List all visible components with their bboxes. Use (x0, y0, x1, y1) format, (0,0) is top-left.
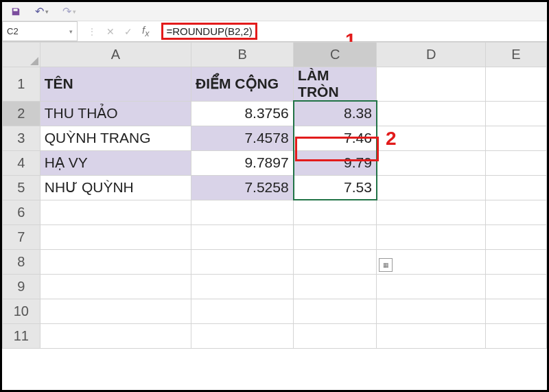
row-header-3[interactable]: 3 (3, 126, 40, 150)
col-header-B[interactable]: B (191, 43, 294, 67)
col-header-D[interactable]: D (377, 43, 485, 67)
cell-A8[interactable] (40, 249, 191, 274)
cell-D3[interactable] (377, 126, 485, 150)
cell-B4[interactable]: 9.7897 (191, 150, 294, 175)
col-header-E[interactable]: E (485, 43, 546, 67)
cell-E10[interactable] (485, 299, 546, 323)
cell-D10[interactable] (377, 299, 485, 323)
row-header-8[interactable]: 8 (3, 249, 40, 274)
cell-C4[interactable]: 9.79 (294, 150, 377, 175)
formula-bar-icons: ⋮ ✕ ✓ fx (78, 21, 159, 41)
chevron-down-icon: ▾ (73, 8, 76, 15)
cell-D7[interactable] (377, 224, 485, 249)
cell-A4[interactable]: HẠ VY (40, 150, 191, 175)
redo-button[interactable]: ↷▾ (62, 5, 76, 18)
cell-C3[interactable]: 7.46 (294, 126, 377, 150)
cell-E9[interactable] (485, 274, 546, 299)
cell-A2[interactable]: THU THẢO (40, 101, 191, 126)
cell-A3[interactable]: QUỲNH TRANG (40, 126, 191, 150)
cell-A11[interactable] (40, 323, 191, 348)
cell-A5[interactable]: NHƯ QUỲNH (40, 175, 191, 200)
cell-E5[interactable] (485, 175, 546, 200)
cell-D6[interactable] (377, 200, 485, 224)
quick-access-toolbar: ↶▾ ↷▾ (2, 2, 547, 21)
row-header-11[interactable]: 11 (3, 323, 40, 348)
cell-C1[interactable]: LÀM TRÒN (294, 67, 377, 102)
cell-E11[interactable] (485, 323, 546, 348)
cell-C6[interactable] (294, 200, 377, 224)
cell-C8[interactable] (294, 249, 377, 274)
cell-C5[interactable]: 7.53 (294, 175, 377, 200)
cell-B7[interactable] (191, 224, 294, 249)
chevron-down-icon: ▾ (45, 8, 49, 15)
cell-C9[interactable] (294, 274, 377, 299)
cell-B10[interactable] (191, 299, 294, 323)
name-box-value: C2 (7, 26, 19, 36)
cell-E7[interactable] (485, 224, 546, 249)
cell-B5[interactable]: 7.5258 (191, 175, 294, 200)
cell-A9[interactable] (40, 274, 191, 299)
cell-C10[interactable] (294, 299, 377, 323)
cell-B2[interactable]: 8.3756 (191, 101, 294, 126)
enter-icon[interactable]: ✓ (124, 26, 132, 37)
cancel-icon[interactable]: ✕ (106, 26, 115, 37)
save-icon[interactable] (10, 6, 21, 17)
cell-B11[interactable] (191, 323, 294, 348)
row-header-4[interactable]: 4 (3, 150, 40, 175)
cell-D2[interactable] (377, 101, 485, 126)
cell-D11[interactable] (377, 323, 485, 348)
cell-D1[interactable] (377, 67, 485, 102)
row-header-9[interactable]: 9 (3, 274, 40, 299)
row-header-7[interactable]: 7 (3, 224, 40, 249)
cell-B3[interactable]: 7.4578 (191, 126, 294, 150)
cell-D4[interactable] (377, 150, 485, 175)
cell-B9[interactable] (191, 274, 294, 299)
cell-B6[interactable] (191, 200, 294, 224)
cell-E4[interactable] (485, 150, 546, 175)
col-header-C[interactable]: C (294, 43, 377, 67)
row-header-5[interactable]: 5 (3, 175, 40, 200)
cell-B1[interactable]: ĐIỂM CỘNG (191, 67, 294, 102)
row-header-6[interactable]: 6 (3, 200, 40, 224)
fx-icon[interactable]: fx (142, 24, 149, 38)
cell-A1[interactable]: TÊN (40, 67, 191, 102)
formula-text: =ROUNDUP(B2,2) (161, 23, 257, 40)
cell-B8[interactable] (191, 249, 294, 274)
cell-D8[interactable] (377, 249, 485, 274)
cell-A10[interactable] (40, 299, 191, 323)
undo-button[interactable]: ↶▾ (35, 5, 49, 18)
cell-C2[interactable]: 8.38 (294, 101, 377, 126)
cell-E2[interactable] (485, 101, 546, 126)
cell-D5[interactable] (377, 175, 485, 200)
cell-A6[interactable] (40, 200, 191, 224)
cell-E8[interactable] (485, 249, 546, 274)
col-header-A[interactable]: A (40, 43, 191, 67)
row-header-2[interactable]: 2 (3, 101, 40, 126)
cell-A7[interactable] (40, 224, 191, 249)
cell-E6[interactable] (485, 200, 546, 224)
row-header-10[interactable]: 10 (3, 299, 40, 323)
cell-D9[interactable] (377, 274, 485, 299)
cell-E1[interactable] (485, 67, 546, 102)
cell-C11[interactable] (294, 323, 377, 348)
name-box[interactable]: C2 ▾ (2, 21, 78, 41)
formula-bar: C2 ▾ ⋮ ✕ ✓ fx =ROUNDUP(B2,2) (2, 21, 547, 42)
chevron-down-icon: ▾ (69, 28, 73, 35)
spreadsheet-grid[interactable]: A B C D E 1 TÊN ĐIỂM CỘNG LÀM TRÒN 2 THU… (2, 42, 547, 349)
cell-C7[interactable] (294, 224, 377, 249)
divider-icon: ⋮ (87, 26, 97, 37)
cell-E3[interactable] (485, 126, 546, 150)
select-all-corner[interactable] (3, 43, 40, 67)
row-header-1[interactable]: 1 (3, 67, 40, 102)
